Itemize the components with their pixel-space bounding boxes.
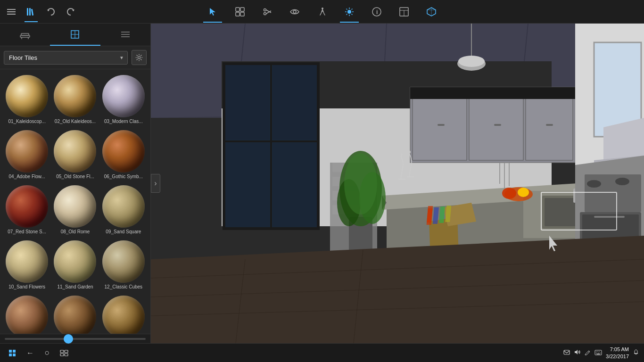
svg-rect-96 [332,177,375,186]
material-item-6[interactable]: 06_Gothic Symb... [100,128,147,181]
info-tool-icon[interactable]: i [370,5,384,19]
svg-marker-82 [575,24,644,259]
material-item-8[interactable]: 08_Old Rome [52,183,98,237]
material-item-12[interactable]: 12_Classic Cubes [100,239,147,292]
library-icon[interactable] [25,5,38,18]
material-item-5[interactable]: 05_Old Stone Fl... [52,128,98,181]
back-button[interactable]: ← [24,346,37,360]
keyboard-icon[interactable] [594,349,602,357]
expand-viewport-button[interactable]: › [151,174,160,193]
kitchen-scene-svg [151,24,644,343]
svg-point-89 [587,180,601,188]
svg-line-18 [347,8,347,9]
material-item-4[interactable]: 04_Adobe Flow... [4,128,50,181]
cube3d-tool-icon[interactable] [424,5,438,19]
material-label-8: 08_Old Rome [61,229,90,235]
eye-tool-icon[interactable] [288,5,302,19]
svg-rect-122 [9,354,12,356]
tab-list[interactable] [100,24,150,46]
svg-point-13 [347,10,351,14]
sidebar-tabs [0,24,150,46]
svg-marker-87 [575,156,644,259]
svg-rect-46 [224,64,318,229]
svg-rect-2 [31,8,33,15]
svg-rect-93 [594,216,625,218]
svg-rect-126 [60,354,64,356]
svg-rect-56 [469,90,523,160]
task-view-button[interactable] [58,346,71,360]
svg-marker-64 [382,196,387,210]
material-item-7[interactable]: 07_Red Stone S... [4,183,50,237]
tab-materials[interactable] [50,24,100,46]
material-item-11[interactable]: 11_Sand Garden [52,239,98,292]
svg-line-114 [151,259,644,278]
sidebar: Floor Tiles 01_Kaleidoscop... 02_Old Kal… [0,24,151,343]
material-label-5: 05_Old Stone Fl... [56,174,94,180]
window-tool-icon[interactable] [397,5,411,19]
svg-point-107 [457,57,486,71]
material-sphere-13 [6,296,48,334]
cursor-tool-icon[interactable] [206,5,220,19]
volume-icon[interactable] [574,349,580,357]
category-dropdown-wrapper: Floor Tiles [4,51,128,65]
svg-marker-74 [443,203,476,226]
svg-rect-38 [151,24,644,118]
scroll-thumb[interactable] [64,334,73,344]
material-label-11: 11_Sand Garden [57,284,93,290]
material-label-4: 04_Adobe Flow... [9,174,45,180]
svg-marker-73 [443,203,476,226]
walk-tool-icon[interactable] [315,5,329,19]
start-button[interactable] [5,346,20,361]
material-item-13[interactable]: 13_Classic Ashlar [4,294,50,334]
material-item-1[interactable]: 01_Kaleidoscop... [4,73,50,126]
material-item-2[interactable]: 02_Old Kaleideos... [52,73,98,126]
material-label-6: 06_Gothic Symb... [104,174,143,180]
svg-rect-59 [494,124,501,126]
group-tool-icon[interactable] [233,5,247,19]
hamburger-menu-icon[interactable] [5,5,18,18]
svg-rect-61 [410,87,575,99]
material-sphere-1 [6,75,48,117]
svg-rect-78 [433,207,439,224]
svg-point-103 [337,179,361,226]
material-item-14[interactable]: 14_Sand Classic [52,294,98,334]
svg-rect-6 [240,12,244,16]
svg-rect-80 [445,206,451,222]
material-item-10[interactable]: 10_Sand Flowers [4,239,50,292]
material-item-9[interactable]: 09_Sand Square [100,183,147,237]
svg-rect-98 [332,205,375,214]
search-button[interactable]: ○ [41,346,54,360]
undo-icon[interactable] [44,5,58,18]
settings-icon-button[interactable] [132,50,147,65]
material-sphere-8 [54,185,96,228]
svg-point-99 [333,253,341,261]
material-item-15[interactable]: 15_Classic Old C... [100,294,147,334]
material-sphere-3 [102,75,145,117]
svg-point-104 [359,172,386,224]
notification-bell-icon[interactable] [633,349,639,357]
scissors-tool-icon[interactable] [260,5,274,19]
material-sphere-15 [102,296,145,334]
svg-rect-66 [542,196,603,229]
category-dropdown[interactable]: Floor Tiles [4,51,128,65]
svg-line-75 [429,325,434,343]
svg-line-115 [151,280,644,297]
svg-point-100 [371,253,379,261]
pen-icon[interactable] [584,349,591,357]
material-label-3: 03_Modern Clas... [104,119,143,124]
scroll-track[interactable] [5,338,146,340]
material-sphere-5 [54,130,96,173]
clock-date: 3/22/2017 [606,353,629,360]
svg-rect-68 [573,189,577,203]
redo-icon[interactable] [64,5,77,18]
svg-point-11 [293,10,296,13]
sun-tool-icon[interactable] [342,5,356,19]
svg-point-37 [138,57,140,59]
material-item-3[interactable]: 03_Modern Clas... [100,73,147,126]
viewport[interactable]: › [151,24,644,343]
tab-furniture[interactable] [0,24,50,46]
svg-line-117 [236,259,245,343]
svg-point-90 [615,178,629,185]
material-sphere-2 [54,75,96,117]
notification-icon[interactable] [563,349,570,357]
